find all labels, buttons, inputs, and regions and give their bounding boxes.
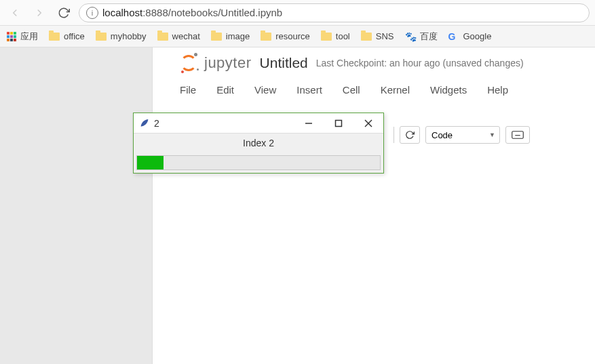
browser-nav: i localhost:8888/notebooks/Untitled.ipyn…	[0, 0, 595, 26]
forward-button[interactable]	[30, 3, 49, 22]
baidu-icon: 🐾	[405, 31, 416, 42]
minimize-button[interactable]	[294, 113, 324, 134]
jupyter-menu: File Edit View Insert Cell Kernel Widget…	[153, 73, 595, 102]
cell-type-select[interactable]: Code	[425, 126, 500, 144]
menu-kernel[interactable]: Kernel	[381, 84, 410, 96]
info-icon: i	[86, 7, 98, 19]
notebook-title[interactable]: Untitled	[260, 55, 308, 71]
folder-icon	[261, 33, 271, 41]
svg-rect-0	[512, 132, 524, 139]
content-area: jupyter Untitled Last Checkpoint: an hou…	[0, 47, 595, 364]
jupyter-toolbar: Code	[394, 126, 530, 144]
bookmark-resource[interactable]: resource	[261, 31, 310, 41]
progress-fill	[137, 156, 164, 169]
index-label: Index 2	[134, 134, 383, 153]
address-bar[interactable]: i localhost:8888/notebooks/Untitled.ipyn…	[79, 3, 590, 22]
bookmark-wechat[interactable]: wechat	[157, 31, 200, 41]
jupyter-mark-icon	[178, 53, 199, 73]
jupyter-logo[interactable]: jupyter	[178, 53, 252, 73]
bookmark-tool[interactable]: tool	[321, 31, 350, 41]
tkinter-title: 2	[154, 118, 294, 129]
progress-bar	[136, 155, 381, 170]
tkinter-body: Index 2	[134, 134, 383, 170]
svg-rect-7	[336, 120, 342, 126]
notebook-area: jupyter Untitled Last Checkpoint: an hou…	[153, 47, 595, 364]
menu-edit[interactable]: Edit	[216, 84, 234, 96]
apps-shortcut[interactable]: 应用	[7, 31, 38, 43]
folder-icon	[321, 33, 332, 41]
folder-icon	[361, 33, 372, 41]
apps-label: 应用	[20, 31, 38, 43]
maximize-button[interactable]	[324, 113, 353, 134]
folder-icon	[96, 33, 107, 41]
tkinter-window[interactable]: 2 Index 2	[133, 113, 384, 174]
folder-icon	[49, 33, 60, 41]
left-gutter	[0, 47, 153, 364]
bookmark-office[interactable]: office	[49, 31, 85, 41]
tk-icon	[139, 118, 150, 129]
bookmark-myhobby[interactable]: myhobby	[96, 31, 147, 41]
bookmark-baidu[interactable]: 🐾百度	[405, 31, 438, 43]
checkpoint-text: Last Checkpoint: an hour ago (unsaved ch…	[316, 58, 524, 68]
bookmark-google[interactable]: G Google	[448, 31, 492, 42]
restart-kernel-button[interactable]	[400, 126, 420, 144]
bookmark-image[interactable]: image	[211, 31, 250, 41]
window-controls	[294, 113, 383, 134]
menu-widgets[interactable]: Widgets	[430, 84, 467, 96]
menu-cell[interactable]: Cell	[343, 84, 360, 96]
apps-icon	[7, 32, 16, 41]
command-palette-button[interactable]	[505, 126, 530, 144]
google-icon: G	[448, 31, 459, 42]
toolbar-separator	[394, 127, 394, 143]
close-button[interactable]	[353, 113, 383, 134]
menu-help[interactable]: Help	[487, 84, 508, 96]
cell-type-value: Code	[431, 130, 453, 140]
folder-icon	[211, 33, 222, 41]
back-button[interactable]	[5, 3, 24, 22]
bookmarks-bar: 应用 office myhobby wechat image resource …	[0, 26, 595, 47]
menu-insert[interactable]: Insert	[296, 84, 322, 96]
bookmark-sns[interactable]: SNS	[361, 31, 394, 41]
reload-button[interactable]	[54, 3, 73, 22]
menu-view[interactable]: View	[254, 84, 276, 96]
url-text: localhost:8888/notebooks/Untitled.ipynb	[102, 7, 282, 18]
tkinter-titlebar[interactable]: 2	[134, 113, 383, 134]
jupyter-brand: jupyter	[204, 54, 252, 72]
menu-file[interactable]: File	[180, 84, 196, 96]
jupyter-header: jupyter Untitled Last Checkpoint: an hou…	[153, 47, 595, 73]
folder-icon	[157, 33, 168, 41]
